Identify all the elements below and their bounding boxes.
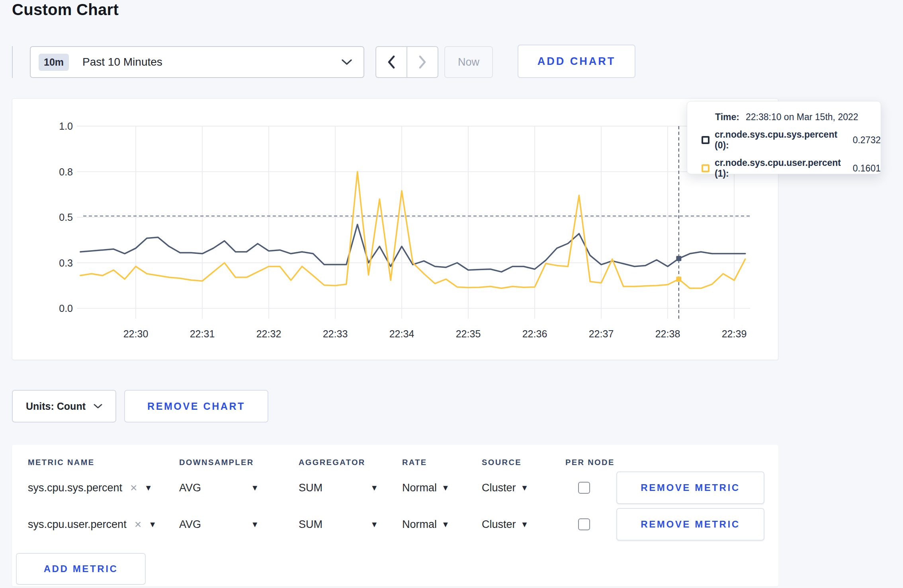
header-source: SOURCE: [482, 458, 565, 467]
svg-text:22:33: 22:33: [323, 328, 348, 339]
chevron-right-icon: [418, 55, 426, 69]
units-label: Units: Count: [26, 401, 86, 412]
time-range-label: Past 10 Minutes: [82, 56, 162, 68]
chevron-down-icon: [341, 58, 352, 66]
svg-text:1.0: 1.0: [59, 121, 73, 132]
remove-chart-button[interactable]: REMOVE CHART: [124, 390, 268, 423]
header-metric-name: METRIC NAME: [28, 458, 179, 467]
prev-time-button[interactable]: [376, 47, 407, 77]
downsampler-select[interactable]: AVG ▼: [179, 482, 259, 494]
header-per-node: PER NODE: [565, 458, 616, 467]
table-row: sys.cpu.sys.percent × ▼ AVG ▼ SUM ▼ Norm…: [12, 469, 778, 506]
svg-text:0.3: 0.3: [59, 257, 73, 269]
rate-select[interactable]: Normal ▼: [402, 518, 482, 531]
tooltip-user-label: cr.node.sys.cpu.user.percent (1):: [715, 158, 847, 179]
caret-down-icon: ▼: [442, 520, 450, 528]
svg-text:22:37: 22:37: [589, 328, 614, 339]
now-button[interactable]: Now: [444, 46, 493, 78]
svg-text:22:38: 22:38: [655, 328, 680, 339]
caret-down-icon: ▼: [370, 520, 378, 528]
rate-select[interactable]: Normal ▼: [402, 482, 482, 494]
next-time-button[interactable]: [407, 47, 438, 77]
source-select[interactable]: Cluster ▼: [482, 482, 565, 494]
units-select[interactable]: Units: Count: [12, 390, 116, 423]
page-title: Custom Chart: [12, 1, 119, 19]
metric-select[interactable]: sys.cpu.sys.percent × ▼: [28, 482, 179, 494]
source-select[interactable]: Cluster ▼: [482, 518, 565, 531]
svg-text:0.8: 0.8: [59, 166, 73, 177]
caret-down-icon: ▼: [251, 484, 259, 492]
svg-text:0.5: 0.5: [59, 212, 73, 223]
chevron-down-icon: [94, 403, 102, 409]
per-node-checkbox[interactable]: [578, 518, 590, 530]
metric-name-label: sys.cpu.sys.percent: [28, 482, 122, 494]
svg-text:22:39: 22:39: [722, 328, 747, 339]
remove-metric-button[interactable]: REMOVE METRIC: [616, 471, 764, 504]
clear-icon[interactable]: ×: [135, 518, 142, 530]
user-series-swatch-icon: [702, 164, 710, 172]
caret-down-icon: ▼: [251, 520, 259, 528]
svg-text:22:30: 22:30: [123, 328, 149, 339]
add-metric-button[interactable]: ADD METRIC: [16, 553, 146, 585]
table-row: sys.cpu.user.percent × ▼ AVG ▼ SUM ▼ Nor…: [12, 506, 778, 543]
tooltip-sys-label: cr.node.sys.cpu.sys.percent (0):: [715, 129, 847, 151]
aggregator-select[interactable]: SUM ▼: [299, 518, 378, 531]
svg-text:22:34: 22:34: [389, 328, 414, 339]
toolbar-left-divider: [12, 46, 13, 78]
header-aggregator: AGGREGATOR: [299, 458, 402, 467]
svg-text:22:36: 22:36: [522, 328, 547, 339]
caret-down-icon: ▼: [149, 520, 156, 528]
svg-text:22:31: 22:31: [190, 328, 215, 339]
tooltip-time-label: Time:: [715, 112, 739, 123]
metrics-table-header: METRIC NAME DOWNSAMPLER AGGREGATOR RATE …: [12, 445, 778, 469]
sys-series-swatch-icon: [702, 136, 710, 144]
tooltip-sys-value: 0.2732: [853, 135, 881, 146]
svg-text:22:32: 22:32: [256, 328, 281, 339]
header-rate: RATE: [402, 458, 482, 467]
metric-name-label: sys.cpu.user.percent: [28, 518, 127, 531]
chart-card: 0.00.30.50.81.022:3022:3122:3222:3322:34…: [12, 98, 778, 360]
caret-down-icon: ▼: [521, 484, 529, 492]
tooltip-time-value: 22:38:10 on Mar 15th, 2022: [746, 112, 858, 123]
clear-icon[interactable]: ×: [130, 482, 137, 494]
header-downsampler: DOWNSAMPLER: [179, 458, 299, 467]
cpu-line-chart[interactable]: 0.00.30.50.81.022:3022:3122:3222:3322:34…: [12, 99, 779, 360]
remove-metric-button[interactable]: REMOVE METRIC: [616, 508, 764, 541]
time-pager: [375, 46, 438, 78]
custom-chart-page: Custom Chart 10m Past 10 Minutes Now ADD…: [0, 0, 903, 588]
chart-tooltip: Time: 22:38:10 on Mar 15th, 2022 cr.node…: [687, 101, 881, 174]
svg-text:0.0: 0.0: [59, 303, 73, 314]
caret-down-icon: ▼: [370, 484, 378, 492]
chevron-left-icon: [387, 55, 395, 69]
tooltip-user-value: 0.1601: [853, 163, 881, 174]
svg-text:22:35: 22:35: [456, 328, 481, 339]
downsampler-select[interactable]: AVG ▼: [179, 518, 259, 531]
caret-down-icon: ▼: [442, 484, 450, 492]
aggregator-select[interactable]: SUM ▼: [299, 482, 378, 494]
metric-select[interactable]: sys.cpu.user.percent × ▼: [28, 518, 179, 531]
caret-down-icon: ▼: [145, 484, 152, 492]
metrics-table: METRIC NAME DOWNSAMPLER AGGREGATOR RATE …: [12, 445, 778, 586]
per-node-checkbox[interactable]: [578, 482, 590, 494]
time-range-badge: 10m: [39, 54, 69, 71]
time-range-select[interactable]: 10m Past 10 Minutes: [30, 46, 364, 78]
caret-down-icon: ▼: [521, 520, 529, 528]
add-chart-button[interactable]: ADD CHART: [518, 45, 635, 78]
